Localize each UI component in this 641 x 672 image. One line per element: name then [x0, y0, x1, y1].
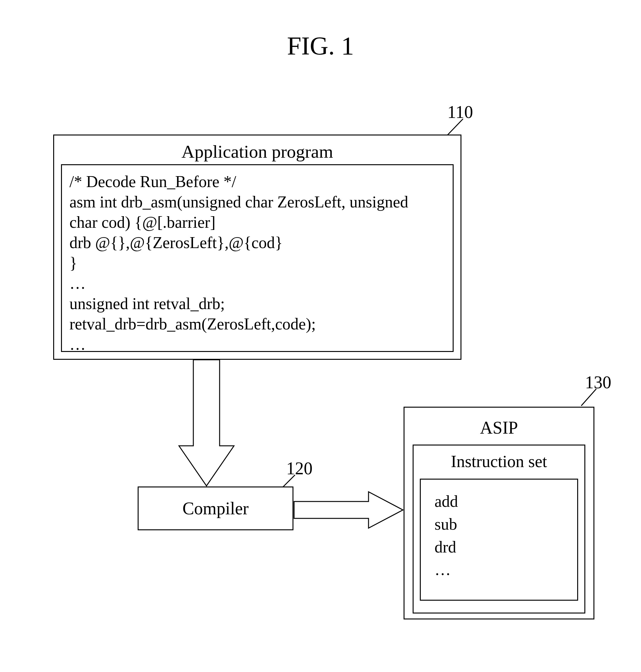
instruction-set-title: Instruction set [420, 452, 578, 471]
code-line: drb @{},@{ZerosLeft},@{cod} [69, 232, 445, 253]
svg-line-0 [447, 119, 463, 135]
application-program-box: Application program /* Decode Run_Before… [53, 135, 461, 360]
code-line: unsigned int retval_drb; [69, 293, 445, 314]
instruction-set-box: Instruction set add sub drd … [413, 444, 585, 614]
instruction-line: … [435, 559, 563, 581]
compiler-box: Compiler [138, 486, 294, 530]
compiler-label: Compiler [182, 498, 249, 518]
arrow-app-to-compiler [178, 360, 235, 486]
code-line: … [69, 273, 445, 293]
instruction-list-box: add sub drd … [420, 479, 578, 601]
code-line: char cod) {@[.barrier] [69, 212, 445, 232]
asip-box: ASIP Instruction set add sub drd … [404, 407, 595, 619]
application-program-title: Application program [54, 141, 461, 162]
ref-130-leader [579, 386, 601, 408]
instruction-line: sub [435, 513, 563, 536]
instruction-line: drd [435, 536, 563, 559]
code-line: … [69, 334, 445, 355]
code-box: /* Decode Run_Before */ asm int drb_asm(… [61, 164, 454, 352]
figure-title: FIG. 1 [287, 31, 354, 61]
code-line: /* Decode Run_Before */ [69, 172, 445, 192]
svg-line-2 [283, 475, 295, 488]
instruction-line: add [435, 490, 563, 513]
svg-marker-3 [294, 492, 403, 528]
code-line: retval_drb=drb_asm(ZerosLeft,code); [69, 314, 445, 334]
code-line: } [69, 253, 445, 273]
asip-title: ASIP [413, 418, 585, 438]
svg-line-4 [581, 389, 596, 406]
svg-marker-1 [179, 360, 234, 486]
code-line: asm int drb_asm(unsigned char ZerosLeft,… [69, 192, 445, 212]
arrow-compiler-to-asip [294, 491, 404, 529]
